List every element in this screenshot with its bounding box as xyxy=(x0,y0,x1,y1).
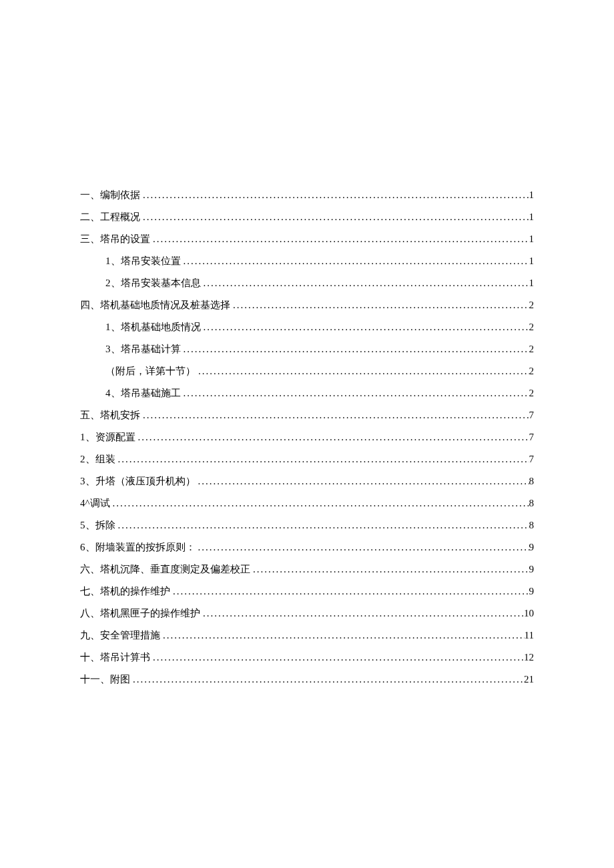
toc-entry-page: 1 xyxy=(529,209,535,225)
toc-entry-leader xyxy=(181,253,529,269)
toc-entry: 2、塔吊安装基本信息1 xyxy=(80,275,534,291)
toc-entry-leader xyxy=(110,495,529,511)
toc-entry-label: 4、塔吊基础施工 xyxy=(105,385,181,401)
toc-entry: 六、塔机沉降、垂直度测定及偏差校正9 xyxy=(80,561,534,577)
toc-entry: 6、附墙装置的按拆原则：9 xyxy=(80,539,534,555)
toc-entry-leader xyxy=(230,297,529,313)
toc-entry-page: 7 xyxy=(529,429,535,445)
toc-entry-leader xyxy=(196,539,529,555)
toc-entry-label: 九、安全管理措施 xyxy=(80,627,160,643)
toc-entry-page: 2 xyxy=(529,341,535,357)
toc-entry-label: 四、塔机基础地质情况及桩基选择 xyxy=(80,297,230,313)
toc-entry: 九、安全管理措施11 xyxy=(80,627,534,643)
toc-entry: 5、拆除8 xyxy=(80,517,534,533)
toc-entry-page: 1 xyxy=(529,187,535,203)
toc-entry: 二、工程概况1 xyxy=(80,209,534,225)
toc-entry-leader xyxy=(201,275,529,291)
toc-entry-page: 12 xyxy=(524,649,534,665)
toc-entry-label: 2、组装 xyxy=(80,451,115,467)
toc-entry-leader xyxy=(250,561,529,577)
toc-entry-label: 三、塔吊的设置 xyxy=(80,231,150,247)
toc-entry-page: 9 xyxy=(529,561,535,577)
toc-entry-page: 2 xyxy=(529,385,535,401)
toc-entry-leader xyxy=(140,407,529,423)
toc-entry-page: 1 xyxy=(529,231,535,247)
toc-entry: 4^调试8 xyxy=(80,495,534,511)
toc-entry-leader xyxy=(135,429,529,445)
toc-entry-leader xyxy=(150,231,529,247)
toc-entry-page: 9 xyxy=(529,583,535,599)
toc-entry: 三、塔吊的设置1 xyxy=(80,231,534,247)
toc-entry: 七、塔机的操作维护9 xyxy=(80,583,534,599)
toc-entry: 四、塔机基础地质情况及桩基选择2 xyxy=(80,297,534,313)
toc-entry-label: 3、塔吊基础计算 xyxy=(105,341,181,357)
toc-entry-page: 1 xyxy=(529,253,535,269)
toc-entry: 1、资源配置7 xyxy=(80,429,534,445)
toc-entry-label: 4^调试 xyxy=(80,495,110,511)
toc-entry-page: 11 xyxy=(525,627,534,643)
toc-entry: （附后，详第十节）2 xyxy=(80,363,534,379)
toc-entry-page: 1 xyxy=(529,275,535,291)
toc-entry-label: 3、升塔（液压顶升机构） xyxy=(80,473,196,489)
toc-entry-page: 2 xyxy=(529,363,535,379)
toc-entry-label: 五、塔机安拆 xyxy=(80,407,140,423)
toc-entry-label: 二、工程概况 xyxy=(80,209,140,225)
toc-entry-page: 2 xyxy=(529,319,535,335)
toc-entry: 2、组装7 xyxy=(80,451,534,467)
toc-entry-label: 八、塔机黑匣子的操作维护 xyxy=(80,605,200,621)
toc-entry: 一、编制依据1 xyxy=(80,187,534,203)
table-of-contents: 一、编制依据1二、工程概况1三、塔吊的设置11、塔吊安装位置12、塔吊安装基本信… xyxy=(80,187,534,687)
toc-entry: 3、升塔（液压顶升机构）8 xyxy=(80,473,534,489)
toc-entry-page: 7 xyxy=(529,451,535,467)
toc-entry-label: 2、塔吊安装基本信息 xyxy=(105,275,201,291)
toc-entry-leader xyxy=(200,605,524,621)
toc-entry-label: 十、塔吊计算书 xyxy=(80,649,150,665)
toc-entry-label: 1、塔吊安装位置 xyxy=(105,253,181,269)
toc-entry-page: 2 xyxy=(529,297,535,313)
toc-entry-leader xyxy=(201,319,529,335)
toc-entry-leader xyxy=(181,385,529,401)
toc-entry-label: 1、资源配置 xyxy=(80,429,135,445)
toc-entry-leader xyxy=(170,583,529,599)
toc-entry-label: （附后，详第十节） xyxy=(105,363,196,379)
toc-entry-page: 9 xyxy=(529,539,535,555)
toc-entry: 3、塔吊基础计算2 xyxy=(80,341,534,357)
toc-entry-leader xyxy=(115,451,529,467)
toc-entry: 十、塔吊计算书12 xyxy=(80,649,534,665)
toc-entry: 八、塔机黑匣子的操作维护10 xyxy=(80,605,534,621)
toc-entry: 4、塔吊基础施工2 xyxy=(80,385,534,401)
toc-entry: 1、塔机基础地质情况2 xyxy=(80,319,534,335)
toc-entry-leader xyxy=(140,187,529,203)
toc-entry-label: 十一、附图 xyxy=(80,671,130,687)
toc-entry-label: 5、拆除 xyxy=(80,517,115,533)
toc-entry-label: 七、塔机的操作维护 xyxy=(80,583,170,599)
toc-entry-leader xyxy=(160,627,525,643)
toc-entry-label: 6、附墙装置的按拆原则： xyxy=(80,539,196,555)
toc-entry: 十一、附图21 xyxy=(80,671,534,687)
toc-entry-leader xyxy=(140,209,529,225)
toc-entry-leader xyxy=(115,517,529,533)
toc-entry-page: 8 xyxy=(529,517,535,533)
toc-entry-label: 一、编制依据 xyxy=(80,187,140,203)
toc-entry: 1、塔吊安装位置1 xyxy=(80,253,534,269)
toc-entry-leader xyxy=(181,341,529,357)
toc-entry-leader xyxy=(196,363,529,379)
toc-entry-page: 21 xyxy=(524,671,534,687)
toc-entry-leader xyxy=(196,473,529,489)
toc-entry: 五、塔机安拆7 xyxy=(80,407,534,423)
toc-entry-page: 8 xyxy=(529,495,535,511)
toc-entry-page: 10 xyxy=(524,605,534,621)
toc-entry-label: 六、塔机沉降、垂直度测定及偏差校正 xyxy=(80,561,250,577)
toc-entry-page: 8 xyxy=(529,473,535,489)
toc-entry-leader xyxy=(150,649,524,665)
toc-entry-label: 1、塔机基础地质情况 xyxy=(105,319,201,335)
toc-entry-page: 7 xyxy=(529,407,535,423)
toc-entry-leader xyxy=(130,671,524,687)
